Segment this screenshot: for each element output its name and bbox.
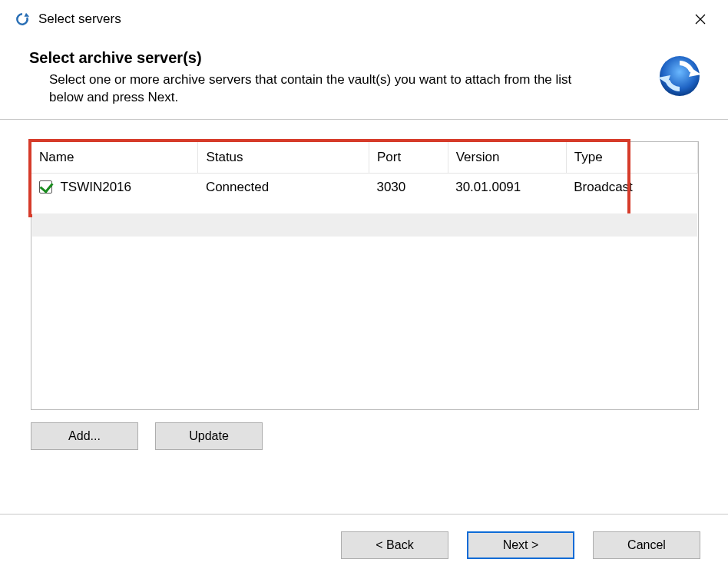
close-button[interactable]: [685, 8, 716, 31]
title-bar: Select servers: [0, 0, 728, 35]
column-header-status[interactable]: Status: [198, 142, 369, 174]
cell-port: 3030: [369, 173, 448, 201]
back-button[interactable]: < Back: [341, 531, 448, 559]
table-header-row: Name Status Port Version Type: [31, 142, 698, 174]
cell-status: Connected: [198, 173, 369, 201]
add-button[interactable]: Add...: [31, 422, 138, 450]
empty-row-stripe: [32, 213, 697, 237]
column-header-port[interactable]: Port: [369, 142, 448, 174]
page-title: Select archive server(s): [29, 49, 637, 67]
column-header-type[interactable]: Type: [566, 142, 697, 174]
svg-marker-0: [25, 13, 30, 17]
server-table: Name Status Port Version Type TSWIN2016 …: [31, 142, 698, 201]
table-actions: Add... Update: [31, 422, 697, 450]
wizard-footer: < Back Next > Cancel: [0, 514, 728, 579]
next-button[interactable]: Next >: [467, 531, 574, 559]
window-title: Select servers: [38, 12, 121, 27]
cell-type: Broadcast: [566, 173, 697, 201]
page-description: Select one or more archive servers that …: [49, 71, 602, 107]
table-row[interactable]: TSWIN2016 Connected 3030 30.01.0091 Broa…: [31, 173, 698, 201]
select-servers-dialog: Select servers Select archive server(s) …: [0, 0, 728, 579]
row-checkbox[interactable]: [39, 180, 52, 194]
update-button[interactable]: Update: [155, 422, 263, 450]
server-table-container: Name Status Port Version Type TSWIN2016 …: [31, 141, 699, 410]
column-header-name[interactable]: Name: [31, 142, 198, 174]
content-area: Name Status Port Version Type TSWIN2016 …: [0, 120, 728, 503]
cell-name: TSWIN2016: [60, 180, 131, 194]
cancel-button[interactable]: Cancel: [593, 531, 700, 559]
wizard-header: Select archive server(s) Select one or m…: [0, 35, 728, 114]
refresh-icon: [14, 11, 31, 28]
sync-logo-icon: [653, 49, 706, 103]
column-header-version[interactable]: Version: [448, 142, 566, 174]
cell-version: 30.01.0091: [448, 173, 566, 201]
